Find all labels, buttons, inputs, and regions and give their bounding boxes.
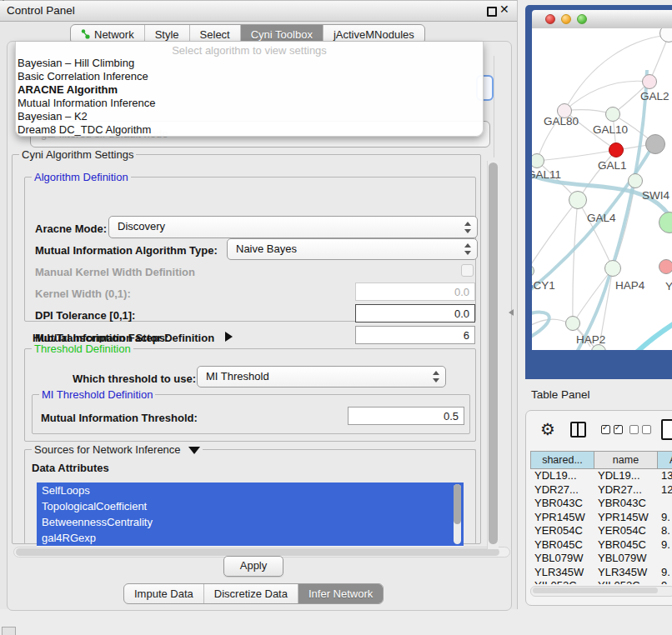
combo-spinner-icon [464,243,471,255]
cyni-algorithm-settings-title: Cyni Algorithm Settings [19,148,136,161]
network-node-hap2[interactable] [565,316,580,331]
which-threshold-combo[interactable]: MI Threshold [197,366,446,388]
minimize-traffic-light[interactable] [561,14,571,24]
table-row[interactable]: YBL079WYBL079W [530,552,672,566]
select-all-columns-icon[interactable] [601,425,623,434]
data-attributes-label: Data Attributes [32,462,109,474]
close-traffic-light[interactable] [545,14,555,24]
table-cell: YBR043C [594,497,657,511]
close-icon[interactable]: ✕ [499,2,509,16]
dpi-tolerance-field[interactable]: 0.0 [355,304,475,322]
network-node-swi4[interactable] [628,173,643,188]
tab-network-label: Network [94,28,134,41]
table-row[interactable]: YLR345WYLR345W9. [530,566,672,580]
column-header-name[interactable]: name [594,451,657,469]
float-window-icon[interactable] [487,7,497,17]
network-node-hap4[interactable] [604,260,621,277]
algorithm-option[interactable]: Bayesian – Hill Climbing [16,57,483,70]
vertical-scrollbar[interactable] [487,161,499,549]
table-row[interactable]: YPR145WYPR145W9. [530,511,672,525]
table-body: YDL19...YDL19...13YDR27...YDR27...12YBR0… [530,469,672,584]
manual-kernel-checkbox[interactable] [461,264,474,277]
sources-title: Sources for Network Inference [32,443,203,456]
network-node[interactable] [659,28,672,42]
table-header-row: shared... name A [530,451,672,469]
table-cell: 9 [657,579,672,584]
table-cell: YIL052C [594,579,657,584]
table-cell: 12 [657,483,672,498]
splitter-collapse-arrow[interactable] [509,309,514,316]
network-node[interactable] [645,134,665,154]
kernel-width-label: Kernel Width (0,1): [35,288,131,300]
aracne-mode-combo[interactable]: Discovery [108,216,478,238]
network-node[interactable] [659,212,672,233]
table-panel-title: Table Panel [531,388,590,401]
dpi-tolerance-label: DPI Tolerance [0,1]: [35,309,135,322]
mi-threshold-field[interactable]: 0.5 [348,407,464,425]
algorithm-option[interactable]: Bayesian – K2 [16,110,483,123]
tab-discretize-data[interactable]: Discretize Data [204,584,298,603]
network-node-gal11[interactable] [532,153,544,168]
table-cell: YDR27... [530,483,594,498]
algorithm-option[interactable]: ARACNE Algorithm [16,83,483,97]
table-row[interactable]: YIL052CYIL052C9 [530,579,672,584]
node-label: GCY1 [532,279,555,292]
file-icon[interactable] [661,419,672,440]
column-header-shared-name[interactable]: shared... [530,451,594,469]
manual-kernel-label: Manual Kernel Width Definition [35,266,195,278]
data-attribute-item[interactable]: BetweennessCentrality [37,514,464,530]
table-cell: YBL079W [594,552,657,566]
table-row[interactable]: YDR27...YDR27...12 [530,483,672,498]
column-header-clipped[interactable]: A [657,451,672,469]
gear-icon[interactable]: ⚙ [540,419,555,439]
deselect-all-columns-icon[interactable] [629,425,651,434]
network-node-gcy1[interactable] [532,264,534,278]
collapse-arrow-icon[interactable] [188,447,200,454]
node-label: GAL1 [598,159,627,172]
algorithm-dropdown: Select algorithm to view settings Bayesi… [15,42,484,137]
tab-discretize-data-label: Discretize Data [214,588,288,600]
tab-impute-data[interactable]: Impute Data [124,584,204,603]
table-cell: 9. [657,538,672,552]
network-node-gal4[interactable] [569,191,587,209]
collapsed-panel-icon[interactable] [2,627,16,635]
algorithm-option[interactable]: Basic Correlation Inference [16,70,483,83]
table-cell: YDL19... [530,469,594,483]
network-node-gal10[interactable] [605,107,620,122]
table-row[interactable]: YBR045CYBR045C9. [530,538,672,552]
mi-steps-field[interactable]: 6 [355,326,475,344]
network-node-gal1[interactable] [609,142,624,158]
network-node-gal2[interactable] [642,74,657,89]
network-window-titlebar[interactable] [532,10,672,29]
algorithm-definition-group: Algorithm Definition Aracne Mode: Discov… [24,177,476,322]
kernel-width-field[interactable]: 0.0 [355,282,475,301]
data-attribute-item[interactable]: gal4RGexp [37,530,464,546]
data-attribute-item[interactable]: SelfLoops [37,482,464,498]
columns-icon[interactable] [570,422,586,438]
table-row[interactable]: YER054CYER054C8. [530,524,672,538]
network-node-y[interactable] [659,259,672,274]
algorithm-option[interactable]: Mutual Information Inference [16,97,483,110]
table-row[interactable]: YDL19...YDL19...13 [530,469,672,483]
tab-jactivemnodules-label: jActiveMNodules [333,28,414,41]
table-row[interactable]: YBR043CYBR043C [530,497,672,511]
algorithm-option[interactable]: Dream8 DC_TDC Algorithm [16,123,483,137]
attribute-list-scrollbar[interactable] [454,484,461,544]
sources-title-text: Sources for Network Inference [34,443,181,456]
network-canvas[interactable]: GAL2GAL80GAL10GAL1GAL11SWI4GAL4GCY1HAP4Y… [532,28,672,350]
table-cell: 13 [657,469,672,483]
table-cell [657,552,672,566]
tab-infer-network[interactable]: Infer Network [298,584,383,603]
apply-button[interactable]: Apply [223,556,283,577]
aracne-mode-label: Aracne Mode: [35,222,107,235]
table-horizontal-scrollbar[interactable] [530,586,672,597]
zoom-traffic-light[interactable] [577,14,587,24]
threshold-definition-title: Threshold Definition [32,342,133,355]
mi-type-combo[interactable]: Naive Bayes [227,238,478,260]
table-cell: YLR345W [594,566,657,580]
algorithm-definition-title: Algorithm Definition [32,171,131,183]
combo-spinner-icon [464,222,471,233]
node-label: Y [665,280,672,292]
data-attribute-item[interactable]: TopologicalCoefficient [37,498,464,514]
combo-spinner-icon [432,371,439,382]
